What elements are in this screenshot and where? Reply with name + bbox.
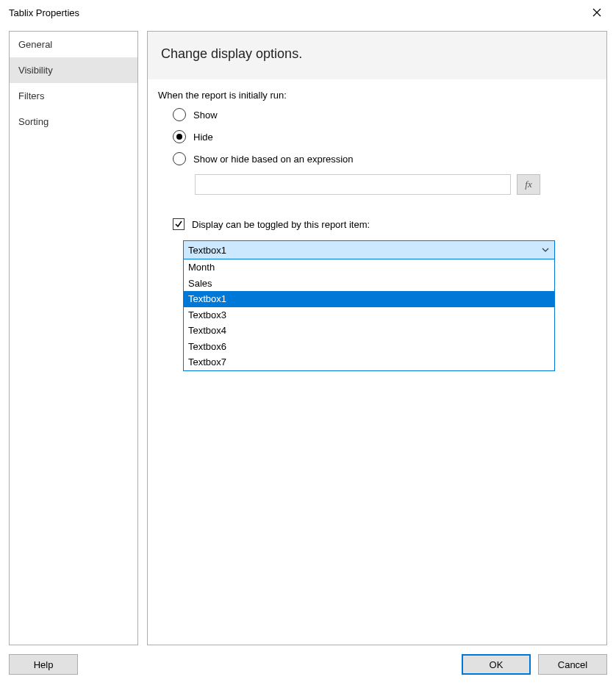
sidebar: General Visibility Filters Sorting bbox=[9, 31, 138, 645]
panel-heading: Change display options. bbox=[148, 32, 606, 79]
toggle-checkbox-label: Display can be toggled by this report it… bbox=[192, 219, 370, 230]
toggle-checkbox[interactable] bbox=[173, 218, 185, 230]
main-panel: Change display options. When the report … bbox=[147, 31, 607, 645]
list-item[interactable]: Textbox7 bbox=[184, 354, 554, 370]
right-buttons: OK Cancel bbox=[462, 654, 607, 675]
content-area: General Visibility Filters Sorting Chang… bbox=[9, 31, 607, 645]
initial-run-label: When the report is initially run: bbox=[158, 90, 596, 101]
list-item[interactable]: Textbox1 bbox=[184, 291, 554, 307]
close-icon bbox=[592, 8, 601, 17]
list-item[interactable]: Textbox3 bbox=[184, 307, 554, 323]
toggle-checkbox-row[interactable]: Display can be toggled by this report it… bbox=[158, 218, 596, 230]
list-item[interactable]: Textbox4 bbox=[184, 323, 554, 339]
list-item[interactable]: Textbox6 bbox=[184, 339, 554, 355]
close-button[interactable] bbox=[585, 1, 609, 24]
dropdown-value: Textbox1 bbox=[188, 245, 226, 256]
expression-row: fx bbox=[158, 174, 596, 195]
radio-row-expression[interactable]: Show or hide based on an expression bbox=[173, 152, 596, 165]
panel-body: When the report is initially run: Show H… bbox=[148, 79, 606, 381]
toggle-item-dropdown-wrap: Textbox1 Month Sales Textbox1 Textbox3 T… bbox=[158, 240, 596, 371]
radio-row-hide[interactable]: Hide bbox=[173, 130, 596, 143]
fx-button[interactable]: fx bbox=[517, 174, 540, 195]
radio-group-initial-run: Show Hide Show or hide based on an expre… bbox=[158, 108, 596, 165]
toggle-item-dropdown[interactable]: Textbox1 bbox=[183, 240, 555, 259]
radio-expression[interactable] bbox=[173, 152, 186, 165]
radio-hide[interactable] bbox=[173, 130, 186, 143]
cancel-button[interactable]: Cancel bbox=[538, 654, 607, 675]
list-item[interactable]: Month bbox=[184, 259, 554, 276]
button-bar: Help OK Cancel bbox=[9, 653, 607, 676]
titlebar: Tablix Properties bbox=[0, 0, 616, 25]
radio-hide-label: Hide bbox=[193, 132, 213, 143]
sidebar-item-general[interactable]: General bbox=[10, 32, 137, 57]
radio-row-show[interactable]: Show bbox=[173, 108, 596, 121]
expression-input[interactable] bbox=[195, 174, 511, 195]
sidebar-item-sorting[interactable]: Sorting bbox=[10, 109, 137, 135]
help-button[interactable]: Help bbox=[9, 654, 78, 675]
radio-show-label: Show bbox=[193, 110, 218, 121]
ok-button[interactable]: OK bbox=[462, 654, 531, 675]
fx-icon: fx bbox=[525, 179, 531, 190]
window-title: Tablix Properties bbox=[7, 7, 79, 18]
toggle-item-listbox[interactable]: Month Sales Textbox1 Textbox3 Textbox4 T… bbox=[183, 259, 555, 371]
list-item[interactable]: Sales bbox=[184, 276, 554, 292]
check-icon bbox=[174, 220, 183, 229]
sidebar-item-visibility[interactable]: Visibility bbox=[10, 57, 137, 83]
chevron-down-icon bbox=[541, 245, 550, 254]
radio-expression-label: Show or hide based on an expression bbox=[193, 154, 354, 165]
radio-show[interactable] bbox=[173, 108, 186, 121]
sidebar-item-filters[interactable]: Filters bbox=[10, 83, 137, 109]
